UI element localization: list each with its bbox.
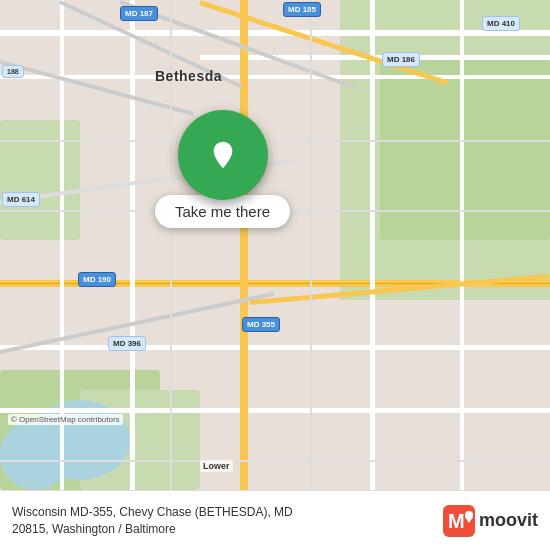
badge-md410: MD 410: [482, 16, 520, 31]
map-button-overlay: Take me there: [155, 110, 290, 228]
road-left-vert: [130, 0, 135, 490]
badge-md355-mid: MD 355: [242, 317, 280, 332]
road-top1: [0, 30, 550, 36]
label-lower: Lower: [200, 460, 233, 472]
road-thin2: [310, 0, 312, 490]
park-area-dark: [380, 60, 550, 240]
location-text: Wisconsin MD-355, Chevy Chase (BETHESDA)…: [12, 504, 443, 538]
road-thin5: [0, 460, 550, 462]
location-line2: 20815, Washington / Baltimore: [12, 521, 443, 538]
road-wisconsin: [240, 0, 248, 490]
road-far-right-vert: [460, 0, 464, 490]
badge-md614: MD 614: [2, 192, 40, 207]
bottom-bar: Wisconsin MD-355, Chevy Chase (BETHESDA)…: [0, 490, 550, 550]
road-top2: [0, 75, 550, 79]
road-bottom1: [0, 345, 550, 350]
svg-text:M: M: [448, 510, 465, 532]
road-right-vert: [370, 0, 375, 490]
road-bottom2: [0, 408, 550, 413]
city-label: Bethesda: [155, 68, 222, 84]
moovit-logo: M moovit: [443, 505, 538, 537]
location-line1: Wisconsin MD-355, Chevy Chase (BETHESDA)…: [12, 504, 443, 521]
park-area-left: [0, 120, 80, 240]
location-pin-icon: [207, 139, 239, 171]
osm-credit: © OpenStreetMap contributors: [8, 414, 123, 425]
moovit-icon: M: [443, 505, 475, 537]
moovit-text: moovit: [479, 510, 538, 531]
location-circle: [178, 110, 268, 200]
badge-md190: MD 190: [78, 272, 116, 287]
badge-188: 188: [2, 65, 24, 78]
badge-md186: MD 186: [382, 52, 420, 67]
map-container: Bethesda MD 187 MD 185 MD 410 MD 186 188…: [0, 0, 550, 490]
badge-md185: MD 185: [283, 2, 321, 17]
badge-md396: MD 396: [108, 336, 146, 351]
badge-md187: MD 187: [120, 6, 158, 21]
